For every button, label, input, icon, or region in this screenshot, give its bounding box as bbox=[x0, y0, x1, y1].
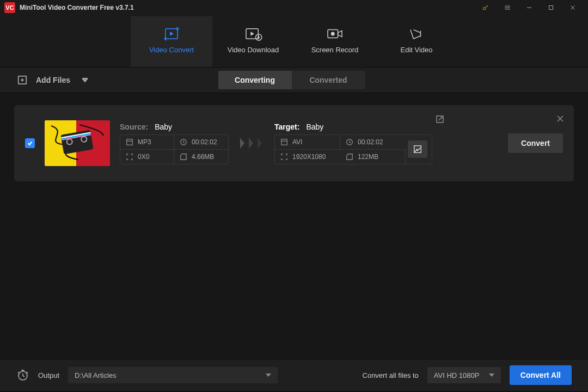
svg-rect-1 bbox=[549, 6, 553, 10]
tab-label: Video Convert bbox=[149, 46, 194, 54]
tab-label: Video Download bbox=[228, 46, 279, 54]
add-file-icon bbox=[16, 74, 28, 86]
file-list: Source: Baby MP3 00:02:02 0X0 4.66MB Tar… bbox=[0, 93, 588, 359]
chevron-down-icon bbox=[266, 371, 271, 379]
target-duration: 00:02:02 bbox=[358, 138, 383, 146]
upgrade-key-icon[interactable] bbox=[475, 0, 497, 15]
svg-point-0 bbox=[483, 7, 486, 10]
convert-button[interactable]: Convert bbox=[508, 133, 563, 153]
resolution-icon bbox=[126, 153, 133, 161]
resolution-icon bbox=[280, 153, 288, 161]
add-files-dropdown-icon[interactable] bbox=[82, 76, 88, 84]
footer-bar: Output D:\All Articles Convert all files… bbox=[0, 359, 588, 391]
record-icon bbox=[326, 26, 344, 41]
size-icon bbox=[180, 153, 187, 161]
source-format: MP3 bbox=[138, 138, 151, 146]
close-button[interactable] bbox=[562, 0, 584, 15]
tab-converting[interactable]: Converting bbox=[218, 71, 292, 89]
clock-icon bbox=[346, 138, 353, 146]
source-name: Baby bbox=[155, 122, 172, 131]
output-path-value: D:\All Articles bbox=[75, 371, 117, 379]
file-thumbnail bbox=[45, 120, 110, 166]
add-files-label: Add Files bbox=[36, 76, 70, 84]
tab-video-convert[interactable]: Video Convert bbox=[131, 16, 212, 67]
source-resolution: 0X0 bbox=[138, 153, 149, 161]
source-group: Source: Baby MP3 00:02:02 0X0 4.66MB bbox=[120, 122, 229, 164]
format-icon bbox=[126, 138, 133, 146]
main-nav: Video Convert Video Download Screen Reco… bbox=[0, 15, 588, 67]
target-format: AVI bbox=[292, 138, 302, 146]
convert-all-button[interactable]: Convert All bbox=[510, 365, 572, 385]
tab-edit-video[interactable]: Edit Video bbox=[376, 16, 457, 67]
tab-converted[interactable]: Converted bbox=[292, 71, 365, 89]
schedule-icon[interactable] bbox=[16, 369, 29, 382]
tab-screen-record[interactable]: Screen Record bbox=[294, 16, 376, 67]
convert-icon bbox=[162, 26, 181, 41]
source-size: 4.66MB bbox=[192, 153, 214, 161]
toolbar: Add Files Converting Converted bbox=[0, 67, 588, 93]
target-resolution: 1920X1080 bbox=[292, 153, 326, 161]
svg-rect-10 bbox=[281, 139, 287, 145]
svg-point-6 bbox=[332, 32, 335, 35]
maximize-button[interactable] bbox=[540, 0, 562, 15]
add-files-button[interactable]: Add Files bbox=[16, 74, 88, 86]
size-icon bbox=[346, 153, 353, 161]
output-path-select[interactable]: D:\All Articles bbox=[68, 367, 278, 383]
target-group: Target: Baby AVI 00:02:02 1920X1080 122M… bbox=[274, 122, 432, 164]
download-icon bbox=[244, 26, 262, 41]
target-label: Target: bbox=[274, 122, 299, 131]
svg-rect-8 bbox=[127, 139, 133, 145]
thumbnail-settings-button[interactable] bbox=[408, 140, 427, 158]
target-name: Baby bbox=[306, 122, 323, 131]
source-duration: 00:02:02 bbox=[192, 138, 217, 146]
source-label: Source: bbox=[120, 122, 148, 131]
edit-target-button[interactable] bbox=[436, 115, 444, 126]
tab-label: Edit Video bbox=[400, 46, 432, 54]
arrow-icon bbox=[238, 138, 265, 149]
remove-row-button[interactable] bbox=[556, 115, 564, 125]
file-row: Source: Baby MP3 00:02:02 0X0 4.66MB Tar… bbox=[14, 105, 574, 181]
target-format-value: AVI HD 1080P bbox=[434, 371, 480, 379]
convert-all-label: Convert all files to bbox=[363, 371, 419, 379]
app-title: MiniTool Video Converter Free v3.7.1 bbox=[20, 4, 134, 11]
clock-icon bbox=[180, 138, 187, 146]
minimize-button[interactable] bbox=[518, 0, 540, 15]
tab-label: Screen Record bbox=[311, 46, 359, 54]
app-logo: VC bbox=[4, 2, 15, 13]
source-meta: MP3 00:02:02 0X0 4.66MB bbox=[120, 134, 229, 164]
menu-icon[interactable] bbox=[497, 0, 518, 15]
target-meta: AVI 00:02:02 1920X1080 122MB bbox=[274, 134, 432, 164]
status-segment: Converting Converted bbox=[218, 71, 365, 89]
chevron-down-icon bbox=[489, 371, 494, 379]
titlebar: VC MiniTool Video Converter Free v3.7.1 bbox=[0, 0, 588, 15]
output-label: Output bbox=[38, 371, 59, 379]
format-icon bbox=[280, 138, 288, 146]
target-format-select[interactable]: AVI HD 1080P bbox=[427, 367, 501, 383]
tab-video-download[interactable]: Video Download bbox=[212, 16, 294, 67]
row-checkbox[interactable] bbox=[25, 138, 35, 148]
edit-video-icon bbox=[407, 26, 426, 41]
target-size: 122MB bbox=[358, 153, 378, 161]
